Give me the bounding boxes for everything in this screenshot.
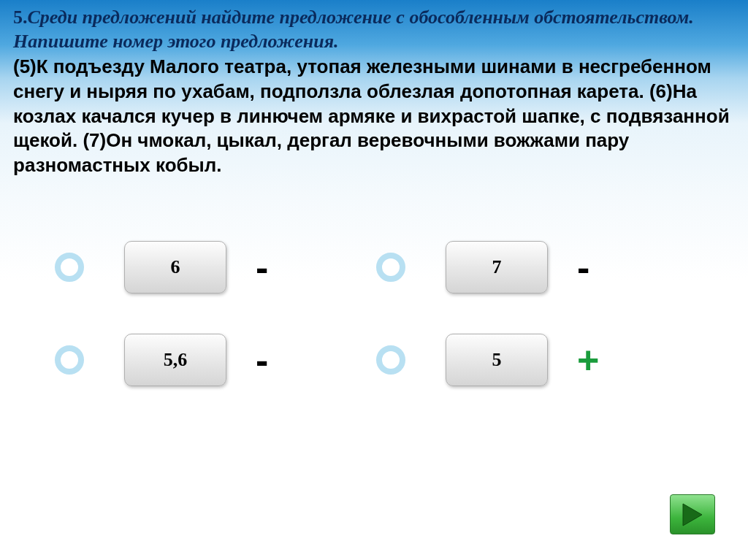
play-icon	[682, 502, 703, 527]
answer-option-c: 5,6 -	[55, 334, 376, 386]
question-block: 5.Среди предложений найдите предложение …	[0, 0, 748, 178]
answer-option-b: 7 -	[376, 241, 698, 294]
svg-marker-0	[683, 504, 702, 526]
radio-b[interactable]	[376, 253, 405, 282]
answer-option-d: 5 +	[376, 334, 698, 386]
result-mark-a: -	[256, 245, 268, 289]
answer-label-b: 7	[492, 256, 502, 278]
question-prompt: 5.Среди предложений найдите предложение …	[13, 6, 735, 53]
answer-button-a[interactable]: 6	[124, 241, 226, 294]
result-mark-b: -	[577, 245, 589, 289]
result-mark-d: +	[577, 338, 599, 382]
question-body: (5)К подъезду Малого театра, утопая желе…	[13, 55, 735, 178]
answer-button-d[interactable]: 5	[446, 334, 548, 386]
answer-label-a: 6	[171, 256, 180, 278]
answer-label-c: 5,6	[164, 349, 188, 371]
next-button[interactable]	[670, 494, 715, 534]
answer-button-b[interactable]: 7	[446, 241, 548, 294]
answer-row-1: 6 - 7 -	[0, 241, 748, 294]
radio-d[interactable]	[376, 345, 405, 375]
question-number: 5.	[13, 7, 28, 28]
answers-area: 6 - 7 - 5,6 - 5 +	[0, 241, 748, 426]
answer-row-2: 5,6 - 5 +	[0, 334, 748, 386]
radio-a[interactable]	[55, 253, 84, 282]
question-prompt-text: Среди предложений найдите предложение с …	[13, 7, 694, 52]
answer-button-c[interactable]: 5,6	[124, 334, 226, 386]
answer-label-d: 5	[492, 349, 502, 371]
result-mark-c: -	[256, 338, 268, 382]
answer-option-a: 6 -	[55, 241, 376, 294]
radio-c[interactable]	[55, 345, 84, 375]
